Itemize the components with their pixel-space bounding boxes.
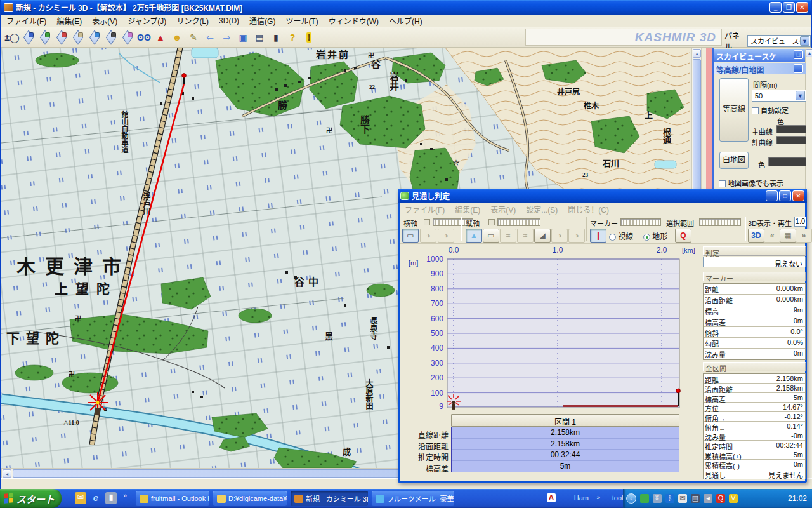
menu-item-1[interactable]: 編集(E) xyxy=(51,14,87,27)
face-icon[interactable]: ☻ xyxy=(169,30,185,45)
auto-setting-checkbox[interactable] xyxy=(752,107,759,114)
map-terrain-icon[interactable] xyxy=(37,30,53,45)
menu-item-3[interactable]: ジャンプ(J) xyxy=(122,14,171,27)
binoculars-icon[interactable]: ʘʘ xyxy=(136,30,152,45)
v-ruler-icon[interactable]: ▭ xyxy=(483,229,499,243)
scroll-up-icon[interactable]: ▴ xyxy=(693,49,701,58)
white-map-color-swatch[interactable] xyxy=(768,157,806,166)
menu-item-6[interactable]: 通信(G) xyxy=(244,14,280,27)
tray-quicktime-icon[interactable]: Q xyxy=(716,494,725,503)
v-cloud2-icon[interactable]: ≈ xyxy=(517,229,534,243)
toolbar-ham-label[interactable]: Ham xyxy=(574,494,589,502)
v-clock-icon[interactable]: ◑ xyxy=(551,229,568,243)
show-on-map-row[interactable]: 地図画像でも表示 xyxy=(719,178,783,188)
panel-select[interactable]: スカイビュースケ ▼ xyxy=(747,35,811,47)
tray-wireless-icon[interactable]: ʬ xyxy=(653,494,662,503)
quicklaunch-overflow-icon[interactable]: » xyxy=(119,492,131,504)
range-slider[interactable] xyxy=(699,218,741,226)
menu-item-4[interactable]: 閉じる！(C) xyxy=(563,203,614,216)
sight-radio-row[interactable]: 視線 xyxy=(609,231,633,241)
zoom-tool-icon[interactable]: ±◯ xyxy=(4,30,20,45)
v-slope-icon[interactable]: ◢ xyxy=(534,229,551,243)
menu-item-8[interactable]: ウィンドウ(W) xyxy=(324,14,384,27)
menu-item-4[interactable]: リンク(L) xyxy=(171,14,214,27)
contour-section-header[interactable]: 等高線/白地図 xyxy=(714,63,806,74)
dialog-maximize-button[interactable]: □ xyxy=(779,190,791,201)
forward-arrow-icon[interactable]: ⇒ xyxy=(219,30,234,45)
interval-select[interactable]: 50 ▼ xyxy=(752,90,806,102)
map-cap-icon[interactable] xyxy=(54,30,69,45)
map-edit-icon[interactable] xyxy=(103,30,119,45)
tray-display-icon[interactable]: ▤ xyxy=(691,494,700,503)
menu-item-5[interactable]: 3D(D) xyxy=(214,15,244,27)
tray-green-icon[interactable] xyxy=(640,494,649,503)
dialog-titlebar[interactable]: 見通し判定 _ □ ✕ xyxy=(398,189,807,203)
quicklaunch-device-icon[interactable]: ▮ xyxy=(105,492,117,504)
marker-slider[interactable] xyxy=(620,218,661,226)
haxis-reset-button[interactable] xyxy=(424,219,430,225)
scroll-left-icon[interactable]: ◂ xyxy=(3,469,11,478)
view-3d-icon[interactable]: 3D xyxy=(748,229,764,243)
v-cloud-icon[interactable]: ≈ xyxy=(500,229,516,243)
menu-item-0[interactable]: ファイル(F) xyxy=(1,14,51,27)
toolbar-ham-overflow-icon[interactable]: » xyxy=(596,494,600,501)
show-on-map-checkbox[interactable] xyxy=(719,180,726,187)
back-arrow-icon[interactable]: ⇐ xyxy=(202,30,218,45)
restore-button[interactable]: ❐ xyxy=(783,2,795,13)
tray-mail-icon[interactable]: ✉ xyxy=(678,494,687,503)
sight-radio[interactable] xyxy=(609,234,616,241)
taskbar-clock[interactable]: 21:02 xyxy=(788,494,807,503)
terrain-radio[interactable] xyxy=(643,234,650,241)
vaxis-slider[interactable] xyxy=(497,218,540,226)
menu-item-1[interactable]: 編集(E) xyxy=(450,203,485,216)
v-clock2-icon[interactable]: ◑ xyxy=(568,229,585,243)
combo-arrow-icon[interactable]: ▼ xyxy=(800,36,809,46)
help-icon[interactable]: ? xyxy=(285,30,300,45)
sight-judgment-dialog[interactable]: 見通し判定 _ □ ✕ ファイル(F)編集(E)表示(V)設定...(S)閉じる… xyxy=(398,189,807,483)
main-titlebar[interactable]: 新規 - カシミール 3D -【解説本】 2万5千地形図 [BK25KMAT.D… xyxy=(1,0,811,15)
menu-item-9[interactable]: ヘルプ(H) xyxy=(384,14,428,27)
main-curve-color-swatch[interactable] xyxy=(776,125,806,133)
map-photo-icon[interactable] xyxy=(120,30,135,45)
stop-icon[interactable]: ▦ xyxy=(780,229,796,243)
quicklaunch-ie-icon[interactable]: e xyxy=(90,492,102,504)
count-curve-color-swatch[interactable] xyxy=(776,136,806,144)
tray-antivirus-icon[interactable]: V xyxy=(729,494,738,503)
film-icon[interactable]: ▤ xyxy=(252,30,267,45)
tray-acrobat-icon[interactable]: A xyxy=(547,493,556,502)
rewind-icon[interactable]: « xyxy=(764,229,780,243)
menu-item-2[interactable]: 表示(V) xyxy=(87,14,122,27)
menu-item-2[interactable]: 表示(V) xyxy=(485,203,521,216)
dialog-minimize-button[interactable]: _ xyxy=(766,190,778,201)
panel-title[interactable]: スカイビュースケ xyxy=(714,49,806,62)
close-button[interactable]: ✕ xyxy=(796,2,808,13)
tray-bluetooth-icon[interactable]: ᛒ xyxy=(665,494,674,503)
auto-setting-row[interactable]: 自動設定 xyxy=(752,105,789,115)
vaxis-reset-button[interactable] xyxy=(488,219,495,225)
task-button[interactable]: fruitmail - Outlook E... xyxy=(136,491,209,506)
quicklaunch-outlook-icon[interactable]: ✉ xyxy=(75,492,86,504)
interval-combo-arrow-icon[interactable]: ▼ xyxy=(796,91,805,100)
section-minimize-icon[interactable]: - xyxy=(794,64,803,73)
forward-icon[interactable]: » xyxy=(796,229,812,243)
play-speed-field[interactable]: 1.0 xyxy=(794,217,806,227)
terrain-radio-row[interactable]: 地形 xyxy=(643,231,667,241)
map-stack-icon[interactable] xyxy=(21,30,36,45)
tray-speaker-icon[interactable]: ◂ xyxy=(704,494,712,503)
task-button[interactable]: D:¥digicame-data¥α... xyxy=(213,491,287,506)
map-print-icon[interactable] xyxy=(70,30,86,45)
walker-icon[interactable]: ! xyxy=(301,30,317,45)
ruler-pen-icon[interactable]: ✎ xyxy=(186,30,201,45)
minimize-button[interactable]: _ xyxy=(769,2,782,13)
tray-chevron-icon[interactable]: ‹ xyxy=(626,493,636,504)
task-button[interactable]: フルーツメール -豪華... xyxy=(372,491,454,506)
profile-chart[interactable]: 100090080070060050040030020010090.01.02.… xyxy=(405,245,698,415)
menu-item-3[interactable]: 設定...(S) xyxy=(521,203,563,216)
marker-pen-icon[interactable]: ❙ xyxy=(590,229,606,243)
menu-item-0[interactable]: ファイル(F) xyxy=(400,203,450,216)
dialog-close-button[interactable]: ✕ xyxy=(792,190,804,201)
gps-device-icon[interactable]: ▮ xyxy=(268,30,284,45)
volcano-icon[interactable]: ▲ xyxy=(153,30,168,45)
range-select-icon[interactable]: Q xyxy=(675,229,691,243)
v-mountain-icon[interactable]: ▲ xyxy=(466,229,482,243)
